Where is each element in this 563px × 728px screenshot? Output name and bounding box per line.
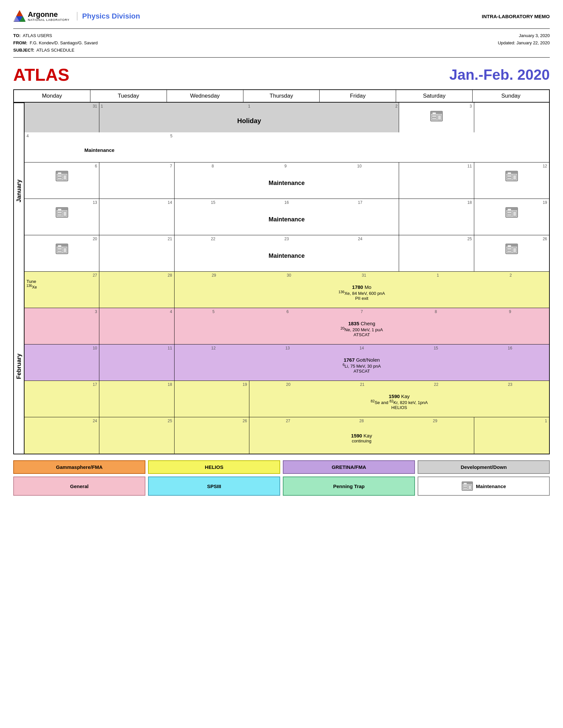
cell-jan22-maint-span: 22 23 24 Maintenance bbox=[174, 235, 399, 271]
svg-rect-22 bbox=[508, 172, 511, 174]
cell-jan7: 7 bbox=[99, 162, 174, 199]
svg-rect-47 bbox=[513, 248, 516, 252]
cell-jan4-maint-span: 4 5 Maintenance bbox=[24, 132, 174, 162]
row6-detail2: ATSCAT bbox=[341, 332, 383, 337]
svg-rect-39 bbox=[56, 244, 68, 247]
cell-feb18: 18 bbox=[99, 381, 174, 417]
svg-marker-5 bbox=[16, 10, 23, 16]
svg-rect-15 bbox=[56, 171, 68, 174]
argonne-name: Argonne bbox=[28, 11, 70, 18]
physics-division: Physics Division bbox=[77, 12, 140, 21]
subject-label: SUBJECT: bbox=[13, 48, 34, 53]
svg-rect-27 bbox=[56, 207, 68, 210]
cell-jan26: 26 bbox=[474, 235, 549, 271]
calendar-header: Monday Tuesday Wednesday Thursday Friday… bbox=[14, 90, 549, 103]
cell-jan19: 19 bbox=[474, 199, 549, 235]
legend-general: General bbox=[13, 477, 145, 496]
cell-feb5-event-span: 5 6 7 8 9 1835 Cheng 20Ne, 200 MeV, 1 pu… bbox=[174, 308, 549, 344]
svg-rect-51 bbox=[462, 482, 473, 484]
maintenance-icon-2 bbox=[55, 170, 69, 182]
svg-rect-18 bbox=[57, 175, 62, 177]
cell-jan12: 12 bbox=[474, 162, 549, 199]
svg-rect-48 bbox=[507, 248, 512, 250]
svg-rect-28 bbox=[58, 209, 61, 210]
row7-detail1: 6Li, 75 MeV, 30 pnA bbox=[343, 363, 381, 369]
row7-event-name: Gott/Nolen bbox=[356, 357, 380, 363]
row9-event-num: 1590 bbox=[351, 433, 362, 438]
cell-feb4: 4 bbox=[99, 308, 174, 344]
svg-rect-11 bbox=[438, 115, 441, 120]
maintenance-icon-5 bbox=[505, 206, 518, 219]
maintenance-label-3: Maintenance bbox=[268, 216, 305, 223]
calendar-wrapper: Monday Tuesday Wednesday Thursday Friday… bbox=[13, 89, 550, 454]
svg-rect-49 bbox=[507, 250, 512, 252]
cell-jan6: 6 bbox=[24, 162, 99, 199]
cal-row-9: 24 25 26 27 28 29 bbox=[24, 417, 549, 454]
legend-development: Development/Down bbox=[418, 460, 550, 474]
cell-jan20: 20 bbox=[24, 235, 99, 271]
memo-left: TO: ATLAS USERS FROM: F.G. Kondev/D. San… bbox=[13, 32, 98, 54]
svg-rect-25 bbox=[507, 178, 512, 179]
tune-isotope: 136Xe bbox=[26, 284, 97, 290]
from-label: FROM: bbox=[13, 40, 27, 45]
svg-rect-53 bbox=[469, 485, 472, 490]
cell-feb12-event-span: 12 13 14 15 16 1767 Gott/Nolen 6Li, 75 M… bbox=[174, 344, 549, 381]
maintenance-label-1: Maintenance bbox=[84, 147, 115, 153]
memo-label: INTRA-LABORATORY MEMO bbox=[482, 14, 550, 19]
cell-jan29-event-span: 29 30 31 1 2 1780 Mo 136Xe, 84 MeV, 600 … bbox=[174, 272, 549, 308]
row5-detail2: PII exit bbox=[339, 296, 385, 301]
header-sunday: Sunday bbox=[473, 90, 549, 102]
row7-event-num: 1767 bbox=[344, 357, 355, 363]
svg-rect-29 bbox=[63, 211, 67, 216]
svg-rect-17 bbox=[63, 175, 67, 180]
tune-label: Tune bbox=[26, 279, 97, 284]
legend-maintenance: Maintenance bbox=[418, 477, 550, 496]
maintenance-label-2: Maintenance bbox=[268, 180, 305, 187]
cell-feb20-event-span: 20 21 22 23 1590 Kay 82Se and 82Kr, 820 … bbox=[249, 381, 549, 417]
row9-event-name: Kay bbox=[364, 433, 372, 438]
svg-rect-21 bbox=[506, 171, 518, 174]
svg-rect-40 bbox=[58, 245, 61, 247]
memo-right: January 3, 2020 Updated: January 22, 202… bbox=[498, 32, 550, 54]
memo-info: TO: ATLAS USERS FROM: F.G. Kondev/D. San… bbox=[13, 28, 550, 58]
svg-rect-52 bbox=[464, 483, 467, 484]
cal-row-6: 3 4 5 6 7 8 9 1835 Cheng bbox=[24, 308, 549, 344]
header-monday: Monday bbox=[14, 90, 90, 102]
date-title: Jan.-Feb. 2020 bbox=[449, 67, 550, 83]
header-tuesday: Tuesday bbox=[90, 90, 167, 102]
february-label: February bbox=[14, 279, 24, 454]
title-row: ATLAS Jan.-Feb. 2020 bbox=[13, 65, 550, 85]
row5-detail1: 136Xe, 84 MeV, 600 pnA bbox=[339, 290, 385, 296]
svg-rect-19 bbox=[57, 178, 62, 179]
svg-rect-30 bbox=[57, 211, 62, 213]
row6-detail1: 20Ne, 200 MeV, 1 puA bbox=[341, 326, 383, 332]
january-label: January bbox=[14, 103, 24, 279]
maintenance-icon-3 bbox=[505, 170, 518, 182]
cell-feb19: 19 bbox=[174, 381, 249, 417]
cell-feb27-event-span: 27 28 29 1590 Kay continuing bbox=[249, 417, 474, 454]
cal-row-8: 17 18 19 20 21 22 23 bbox=[24, 381, 549, 417]
cal-row-5: 27 Tune 136Xe 28 29 30 31 1 2 bbox=[24, 272, 549, 308]
header-friday: Friday bbox=[320, 90, 396, 102]
legend: Gammasphere/FMA HELIOS GRETINA/FMA Devel… bbox=[13, 460, 550, 496]
month-labels: January February bbox=[14, 103, 24, 454]
cal-row-3: 13 14 bbox=[24, 199, 549, 235]
svg-rect-42 bbox=[57, 248, 62, 250]
header-thursday: Thursday bbox=[243, 90, 320, 102]
page-header: Argonne NATIONAL LABORATORY Physics Divi… bbox=[13, 10, 550, 23]
legend-gretina: GRETINA/FMA bbox=[283, 460, 415, 474]
svg-rect-33 bbox=[506, 207, 518, 210]
svg-rect-35 bbox=[513, 211, 516, 216]
svg-rect-10 bbox=[433, 113, 436, 114]
legend-penning-trap: Penning Trap bbox=[283, 477, 415, 496]
svg-rect-31 bbox=[57, 214, 62, 216]
atlas-title: ATLAS bbox=[13, 65, 69, 85]
cell-feb26: 26 bbox=[174, 417, 249, 454]
to-value: ATLAS USERS bbox=[23, 33, 52, 38]
cell-jan21: 21 bbox=[99, 235, 174, 271]
cal-row-2: 6 7 bbox=[24, 162, 549, 199]
cal-row-7: 10 11 12 13 14 15 16 1767 Gott/ bbox=[24, 344, 549, 381]
cell-jan28: 28 bbox=[99, 272, 174, 308]
maintenance-icon-1 bbox=[430, 110, 443, 122]
svg-rect-46 bbox=[508, 245, 511, 247]
